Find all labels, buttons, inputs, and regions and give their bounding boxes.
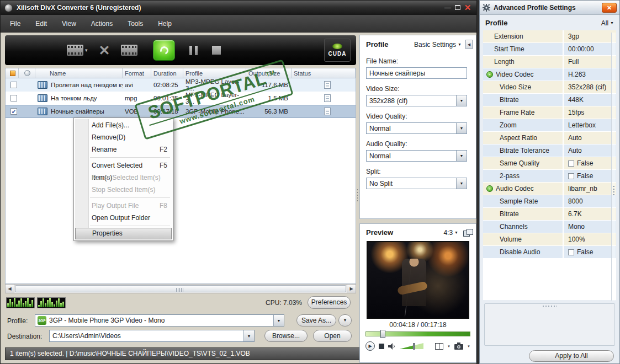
property-row[interactable]: Start Time00:00:00 [483,43,616,56]
property-value[interactable]: 3gp [568,33,579,40]
settings-mode-dropdown[interactable]: Basic Settings▼ [414,41,462,49]
property-row[interactable]: Extension3gp [483,30,616,43]
property-value[interactable]: False [577,248,593,256]
save-as-button[interactable]: Save As... [296,314,336,326]
title-bar[interactable]: Xilisoft DivX Converter 6 (Unregistered)… [1,1,476,15]
column-header-status[interactable]: Status [292,68,356,78]
property-value[interactable]: 352x288 (cif) [568,83,606,91]
snapshot-camera-icon[interactable] [454,342,463,350]
open-button[interactable]: Open [313,330,352,342]
checkbox[interactable] [568,249,574,255]
chevron-down-icon[interactable]: ▼ [456,151,467,161]
property-value[interactable]: 6.7K [568,210,582,218]
save-as-dropdown-button[interactable]: ▼ [338,314,352,326]
property-row[interactable]: -Video CodecH.263 [483,68,616,81]
seek-thumb[interactable] [380,330,385,338]
column-header-duration[interactable]: Duration [151,68,183,78]
horizontal-scrollbar[interactable]: ◀ ▶ [5,284,356,293]
volume-slider[interactable] [400,342,424,350]
property-value[interactable]: 8000 [568,197,583,205]
text-input[interactable]: Ночные снайперы [366,67,467,79]
dropdown[interactable]: Normal▼ [366,122,467,134]
menu-help[interactable]: Help [158,20,172,28]
chevron-down-icon[interactable]: ▾ [85,47,88,53]
collapse-group-icon[interactable]: - [486,185,493,192]
property-value[interactable]: Mono [568,223,585,231]
property-value[interactable]: Letterbox [568,121,596,129]
property-row[interactable]: Video Size352x288 (cif) [483,81,616,94]
property-row[interactable]: Frame Rate15fps [483,106,616,119]
property-value[interactable]: False [577,159,593,167]
context-menu-item[interactable]: Open Output Folder [74,212,173,224]
property-row[interactable]: Volume100% [483,233,616,246]
maximize-button[interactable] [453,4,463,12]
preferences-button[interactable]: Preferences [308,296,351,309]
menu-view[interactable]: View [62,20,76,28]
column-header-name[interactable]: Name [35,68,123,78]
start-convert-button[interactable] [153,40,175,61]
play-button[interactable]: ▶ [365,341,375,351]
advanced-title-bar[interactable]: Advanced Profile Settings ✕ [480,1,619,15]
property-row[interactable]: Same QualityFalse [483,157,616,170]
property-row[interactable]: Bitrate ToleranceAuto [483,144,616,157]
advanced-close-button[interactable]: ✕ [602,3,617,13]
scroll-left-arrow[interactable]: ◀ [6,285,14,293]
compare-view-icon[interactable] [463,229,473,236]
menu-actions[interactable]: Actions [91,20,113,28]
checkbox[interactable] [568,173,574,179]
context-menu-item[interactable]: RenameF2 [74,143,173,156]
convert-queue-button[interactable] [121,45,137,56]
add-file-button[interactable]: ▾ [67,45,88,56]
panel-splitter[interactable] [356,68,359,284]
chevron-down-icon[interactable]: ▼ [467,345,470,348]
column-header-format[interactable]: Format [123,68,151,78]
property-row[interactable]: ZoomLetterbox [483,119,616,132]
seek-slider[interactable] [365,331,470,336]
speaker-icon[interactable] [388,343,396,350]
property-value[interactable]: Full [568,58,579,66]
chevron-down-icon[interactable]: ▼ [243,330,254,341]
property-row[interactable]: Sample Rate8000 [483,195,616,208]
chevron-down-icon[interactable]: ▼ [456,95,467,106]
row-checkbox[interactable] [10,95,17,101]
menu-tools[interactable]: Tools [128,20,143,28]
aspect-ratio-dropdown[interactable]: 4:3▼ [443,229,458,237]
property-value[interactable]: Auto [568,147,582,154]
chevron-down-icon[interactable]: ▼ [456,178,467,189]
property-row[interactable]: ChannelsMono [483,221,616,233]
chevron-down-icon[interactable]: ▼ [447,345,451,348]
property-value[interactable]: H.263 [568,71,586,78]
property-row[interactable]: Bitrate6.7K [483,208,616,221]
vertical-scrollbar[interactable] [611,33,616,301]
scrollbar-thumb[interactable] [15,285,346,292]
profile-dropdown[interactable]: 3GP 3GP - Mobile Phone 3GP Video - Mono … [35,314,284,326]
chevron-down-icon[interactable]: ▼ [273,315,284,326]
chevron-down-icon[interactable]: ▼ [456,123,467,133]
row-checkbox[interactable]: ✔ [10,108,17,115]
collapse-panel-button[interactable]: ◀ [465,40,473,49]
pause-button[interactable] [189,46,198,55]
minimize-button[interactable]: — [443,4,453,12]
dropdown[interactable]: No Split▼ [366,178,467,189]
checkbox[interactable] [568,160,574,167]
property-value[interactable]: 448K [568,96,584,104]
stop-playback-button[interactable] [379,344,384,349]
remove-file-button[interactable]: ✕ [99,44,110,57]
property-row[interactable]: 2-passFalse [483,170,616,183]
property-value[interactable]: 100% [568,235,585,243]
collapse-group-icon[interactable]: - [486,71,493,78]
property-row[interactable]: LengthFull [483,56,616,68]
destination-dropdown[interactable]: C:\Users\Admin\Videos ▼ [49,330,255,342]
menu-file[interactable]: File [10,20,20,28]
close-button[interactable]: ✕ [463,3,473,13]
profile-filter-dropdown[interactable]: All▼ [601,19,614,27]
file-list-header[interactable]: Name Format Duration Profile Output Size… [5,68,356,78]
split-screen-icon[interactable] [435,343,443,350]
dropdown[interactable]: 352x288 (cif)▼ [366,95,467,106]
property-row[interactable]: Bitrate448K [483,94,616,106]
dropdown[interactable]: Normal▼ [366,150,467,162]
property-value[interactable]: libamr_nb [568,185,597,192]
property-value[interactable]: Auto [568,134,582,142]
context-menu-item[interactable]: Properties [75,228,172,239]
stop-button[interactable] [212,46,221,55]
